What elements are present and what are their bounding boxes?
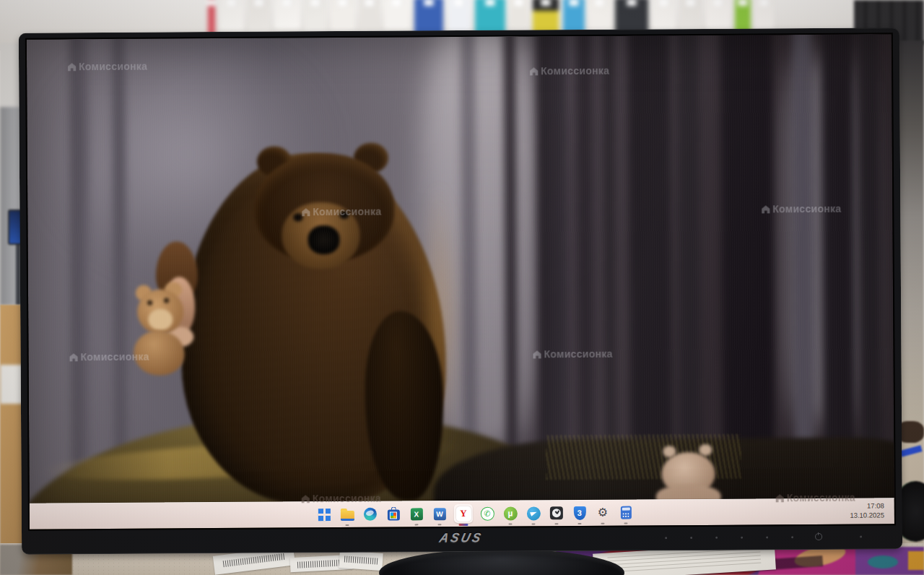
taskbar-icon-whatsapp[interactable]: ✆ [479, 505, 496, 522]
windows-taskbar: X W Y ✆ µ 3 ⚙ 17:08 13.10.2025 [30, 498, 894, 529]
taskbar-icon-shield-3[interactable]: 3 [571, 504, 588, 522]
watermark-text: Комиссионка [79, 61, 147, 73]
taskbar-clock[interactable]: 17:08 13.10.2025 [850, 501, 884, 520]
small-teddy-ear [699, 444, 712, 456]
osd-button[interactable] [665, 537, 667, 539]
watermark-text: Комиссионка [787, 492, 855, 504]
watermark: Комиссионка [67, 61, 147, 73]
osd-button[interactable] [741, 537, 743, 539]
komissionka-logo-icon [67, 62, 77, 72]
mousepad-art-yellow [908, 551, 924, 570]
hanging-package [706, 0, 731, 29]
clock-date: 13.10.2025 [850, 511, 884, 520]
hanging-package [248, 0, 270, 33]
edge-browser-icon [364, 508, 377, 521]
hanging-package [219, 0, 244, 30]
monitor-screen: Комиссионка Комиссионка Комиссионка Коми… [27, 34, 894, 529]
asus-brand-logo: ASUS [438, 530, 484, 545]
taskbar-icon-utorrent[interactable]: µ [502, 505, 519, 522]
windows-start-icon [318, 509, 330, 521]
store-photo-scene: Комиссионка Комиссионка Комиссионка Коми… [0, 0, 924, 575]
watermark: Комиссионка [301, 206, 381, 218]
watermark-text: Комиссионка [80, 351, 149, 363]
telegram-icon [526, 506, 540, 520]
yandex-browser-icon: Y [456, 506, 471, 521]
watermark-text: Комиссионка [544, 348, 612, 360]
watermark: Комиссионка [775, 492, 855, 504]
bear-nose [308, 225, 339, 254]
hanging-package [448, 0, 471, 32]
watermark: Комиссионка [761, 203, 841, 215]
desktop-wallpaper [27, 34, 894, 529]
taskbar-icon-excel[interactable]: X [408, 505, 425, 522]
komissionka-logo-icon [532, 350, 541, 359]
file-explorer-icon [340, 510, 354, 520]
watermark-text: Комиссионка [772, 203, 841, 215]
osd-button[interactable] [715, 537, 718, 539]
hanging-package [680, 0, 702, 32]
taskbar-icon-settings[interactable]: ⚙ [594, 504, 611, 522]
clock-app-icon [550, 506, 563, 519]
komissionka-logo-icon [775, 493, 785, 503]
watermark: Комиссионка [301, 493, 381, 505]
taskbar-icon-clock-app[interactable] [548, 504, 565, 522]
right-wall [898, 40, 924, 431]
watermark-text: Комиссионка [313, 206, 381, 218]
osd-button[interactable] [860, 536, 862, 538]
taskbar-icon-telegram[interactable] [525, 504, 542, 522]
hanging-package [208, 0, 215, 36]
hanging-package [305, 0, 326, 32]
paper-text-lines [607, 548, 761, 575]
komissionka-logo-icon [301, 494, 310, 503]
teddy-eye [164, 298, 169, 303]
hanging-package [384, 0, 410, 30]
mousepad-art-teal [868, 555, 898, 568]
osd-button[interactable] [791, 536, 793, 538]
komissionka-logo-icon [69, 353, 79, 362]
hanging-package [755, 0, 774, 30]
tree-trunk [70, 34, 92, 529]
word-icon: W [433, 508, 445, 520]
komissionka-logo-icon [301, 207, 310, 217]
watermark-text: Комиссионка [541, 65, 609, 77]
osd-button[interactable] [690, 537, 692, 539]
hanging-package [274, 0, 300, 29]
clock-hands [556, 510, 559, 514]
whatsapp-icon: ✆ [480, 506, 494, 520]
teddy-bear-snout [148, 308, 173, 330]
asus-monitor: Комиссионка Комиссионка Комиссионка Коми… [19, 27, 902, 554]
hanging-package [331, 0, 355, 30]
watermark-text: Комиссионка [313, 493, 381, 505]
hanging-package [653, 0, 676, 30]
watermark: Комиссионка [532, 348, 612, 360]
taskbar-icon-calculator[interactable] [617, 504, 635, 522]
taskbar-icon-edge[interactable] [362, 506, 379, 523]
hanging-package [510, 0, 528, 29]
taskbar-icon-yandex-browser[interactable]: Y [454, 504, 473, 523]
teddy-eye [147, 301, 152, 306]
price-tag-barcode [339, 550, 383, 571]
osd-button[interactable] [766, 536, 768, 538]
taskbar-icon-file-explorer[interactable] [339, 506, 356, 523]
taskbar-icon-windows-start[interactable] [315, 506, 333, 523]
komissionka-logo-icon [761, 204, 770, 214]
hanging-package [589, 0, 611, 30]
komissionka-logo-icon [529, 66, 539, 76]
settings-gear-icon: ⚙ [598, 507, 608, 519]
calculator-icon [620, 506, 631, 519]
taskbar-icon-microsoft-store[interactable] [385, 506, 402, 523]
power-button-icon[interactable] [815, 533, 822, 540]
excel-icon: X [410, 508, 422, 520]
shield-3-icon: 3 [573, 506, 585, 519]
watermark: Комиссионка [529, 65, 609, 77]
microsoft-store-icon [387, 510, 399, 521]
hanging-package [359, 0, 380, 33]
watermark: Комиссионка [69, 351, 149, 363]
utorrent-icon: µ [503, 506, 517, 520]
taskbar-icon-word[interactable]: W [431, 505, 448, 522]
